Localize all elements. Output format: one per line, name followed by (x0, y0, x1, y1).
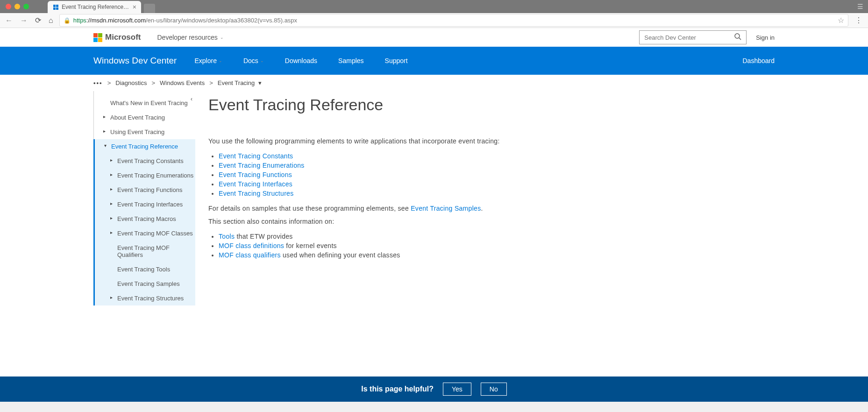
link-functions[interactable]: Event Tracing Functions (219, 171, 292, 178)
close-window-button[interactable] (6, 4, 11, 9)
chevron-down-icon: ⌄ (220, 35, 224, 40)
list-item: Event Tracing Enumerations (219, 161, 761, 170)
chevron-down-icon: ▾ (258, 79, 262, 86)
sidebar-item-structures[interactable]: Event Tracing Structures (95, 291, 195, 305)
lock-icon: 🔒 (64, 17, 71, 24)
article-also-list: Tools that ETW provides MOF class defini… (219, 232, 761, 260)
tab-close-icon[interactable]: × (133, 3, 136, 11)
nav-downloads[interactable]: Downloads (285, 57, 317, 64)
sidebar-item-samples[interactable]: Event Tracing Samples (95, 277, 195, 291)
chrome-user-icon[interactable]: ☰ (857, 3, 863, 10)
link-enumerations[interactable]: Event Tracing Enumerations (219, 162, 305, 169)
tab-bar: Event Tracing Reference (Wind × (48, 0, 155, 13)
mof-def-suffix: for kernel events (284, 242, 337, 249)
search-input[interactable] (644, 34, 734, 41)
breadcrumb-current-label: Event Tracing (218, 79, 255, 86)
back-button[interactable]: ← (4, 16, 14, 25)
list-item: MOF class definitions for kernel events (219, 241, 761, 250)
samples-prefix: For details on samples that use these pr… (208, 205, 411, 212)
list-item: Event Tracing Interfaces (219, 179, 761, 189)
nav-docs[interactable]: Docs ⌄ (243, 57, 264, 64)
breadcrumb-diagnostics[interactable]: Diagnostics (115, 79, 147, 86)
maximize-window-button[interactable] (23, 4, 29, 9)
forward-button[interactable]: → (19, 16, 29, 25)
url-scheme: https (73, 17, 86, 24)
link-interfaces[interactable]: Event Tracing Interfaces (219, 180, 292, 188)
window-title-bar: Event Tracing Reference (Wind × ☰ (0, 0, 868, 13)
sidebar-item-functions[interactable]: Event Tracing Functions (95, 183, 195, 197)
link-tools[interactable]: Tools (219, 233, 235, 240)
tools-suffix: that ETW provides (235, 233, 292, 240)
tab-title: Event Tracing Reference (Wind (62, 4, 130, 10)
article-links-list: Event Tracing Constants Event Tracing En… (219, 151, 761, 198)
chrome-menu-icon[interactable]: ⋮ (853, 16, 864, 25)
article-content: Event Tracing Reference You use the foll… (195, 91, 775, 305)
url-input[interactable]: 🔒 https ://msdn.microsoft.com /en-us/lib… (59, 14, 848, 27)
link-mof-definitions[interactable]: MOF class definitions (219, 242, 284, 249)
list-item: Event Tracing Constants (219, 151, 761, 161)
dev-resources-label: Developer resources (157, 34, 218, 41)
reload-button[interactable]: ⟳ (34, 16, 43, 25)
microsoft-brand-text: Microsoft (105, 33, 141, 42)
article-intro: You use the following programming elemen… (208, 137, 761, 145)
breadcrumb-separator: > (151, 79, 155, 86)
minimize-window-button[interactable] (14, 4, 20, 9)
page-title: Event Tracing Reference (208, 96, 761, 114)
url-path: /en-us/library/windows/desktop/aa363802(… (146, 17, 297, 24)
article-section-also: This section also contains information o… (208, 218, 761, 225)
home-button[interactable]: ⌂ (47, 16, 55, 25)
sidebar-item-reference[interactable]: Event Tracing Reference (95, 139, 195, 154)
svg-line-1 (739, 38, 741, 40)
url-host: ://msdn.microsoft.com (86, 17, 146, 24)
search-icon[interactable] (734, 33, 741, 42)
new-tab-button[interactable] (144, 4, 155, 13)
bookmark-star-icon[interactable]: ☆ (838, 16, 844, 25)
svg-point-0 (735, 34, 740, 38)
browser-tab-active[interactable]: Event Tracing Reference (Wind × (48, 1, 141, 13)
link-structures[interactable]: Event Tracing Structures (219, 190, 294, 197)
nav-support[interactable]: Support (385, 57, 408, 64)
link-constants[interactable]: Event Tracing Constants (219, 152, 293, 160)
breadcrumb-more-icon[interactable]: ••• (93, 79, 103, 86)
article-samples-para: For details on samples that use these pr… (208, 205, 761, 212)
chevron-down-icon: ⌄ (219, 58, 222, 63)
microsoft-header: Microsoft Developer resources ⌄ Sign in (0, 28, 868, 47)
sign-in-link[interactable]: Sign in (756, 34, 775, 41)
sidebar-item-whats-new[interactable]: What's New in Event Tracing (94, 96, 195, 110)
breadcrumb-event-tracing[interactable]: Event Tracing ▾ (218, 79, 262, 86)
breadcrumb-separator: > (209, 79, 213, 86)
mof-qual-suffix: used when defining your event classes (281, 251, 400, 259)
sidebar-nav: ‹ What's New in Event Tracing About Even… (93, 91, 195, 305)
breadcrumb-windows-events[interactable]: Windows Events (160, 79, 205, 86)
microsoft-logo[interactable]: Microsoft (93, 33, 141, 42)
nav-explore-label: Explore (194, 57, 216, 64)
list-item: Tools that ETW provides (219, 232, 761, 241)
list-item: Event Tracing Structures (219, 189, 761, 198)
chevron-down-icon: ⌄ (260, 58, 264, 63)
windows-favicon (52, 4, 59, 10)
breadcrumb-separator: > (107, 79, 111, 86)
microsoft-logo-icon (93, 33, 102, 42)
link-samples[interactable]: Event Tracing Samples (411, 205, 481, 212)
sidebar-item-enumerations[interactable]: Event Tracing Enumerations (95, 168, 195, 183)
nav-samples[interactable]: Samples (338, 57, 363, 64)
sidebar-item-constants[interactable]: Event Tracing Constants (95, 154, 195, 168)
nav-docs-label: Docs (243, 57, 258, 64)
sidebar-item-mof-classes[interactable]: Event Tracing MOF Classes (95, 226, 195, 241)
search-box[interactable] (639, 30, 747, 44)
list-item: Event Tracing Functions (219, 170, 761, 179)
nav-dashboard[interactable]: Dashboard (743, 57, 775, 64)
traffic-lights (6, 4, 29, 9)
address-bar: ← → ⟳ ⌂ 🔒 https ://msdn.microsoft.com /e… (0, 13, 868, 28)
sidebar-item-about[interactable]: About Event Tracing (94, 110, 195, 125)
developer-resources-dropdown[interactable]: Developer resources ⌄ (157, 34, 224, 41)
sidebar-item-mof-qualifiers[interactable]: Event Tracing MOF Qualifiers (95, 241, 195, 262)
sidebar-item-macros[interactable]: Event Tracing Macros (95, 212, 195, 226)
nav-site-title[interactable]: Windows Dev Center (93, 56, 177, 66)
sidebar-item-tools[interactable]: Event Tracing Tools (95, 262, 195, 277)
primary-nav: Windows Dev Center Explore ⌄ Docs ⌄ Down… (0, 47, 868, 75)
sidebar-item-interfaces[interactable]: Event Tracing Interfaces (95, 197, 195, 212)
link-mof-qualifiers[interactable]: MOF class qualifiers (219, 251, 281, 259)
nav-explore[interactable]: Explore ⌄ (194, 57, 222, 64)
sidebar-item-using[interactable]: Using Event Tracing (94, 125, 195, 139)
